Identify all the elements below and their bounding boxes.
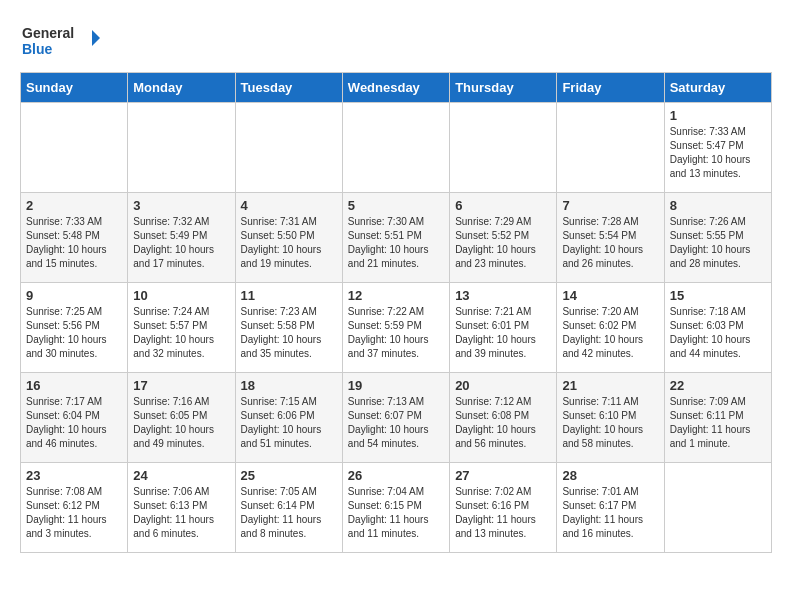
calendar-cell: 28Sunrise: 7:01 AM Sunset: 6:17 PM Dayli…	[557, 463, 664, 553]
calendar-cell: 25Sunrise: 7:05 AM Sunset: 6:14 PM Dayli…	[235, 463, 342, 553]
calendar-cell: 8Sunrise: 7:26 AM Sunset: 5:55 PM Daylig…	[664, 193, 771, 283]
day-number: 6	[455, 198, 551, 213]
day-info: Sunrise: 7:31 AM Sunset: 5:50 PM Dayligh…	[241, 215, 337, 271]
day-info: Sunrise: 7:24 AM Sunset: 5:57 PM Dayligh…	[133, 305, 229, 361]
calendar-cell: 16Sunrise: 7:17 AM Sunset: 6:04 PM Dayli…	[21, 373, 128, 463]
day-info: Sunrise: 7:12 AM Sunset: 6:08 PM Dayligh…	[455, 395, 551, 451]
calendar-cell: 22Sunrise: 7:09 AM Sunset: 6:11 PM Dayli…	[664, 373, 771, 463]
calendar-cell: 24Sunrise: 7:06 AM Sunset: 6:13 PM Dayli…	[128, 463, 235, 553]
day-info: Sunrise: 7:18 AM Sunset: 6:03 PM Dayligh…	[670, 305, 766, 361]
calendar-cell: 11Sunrise: 7:23 AM Sunset: 5:58 PM Dayli…	[235, 283, 342, 373]
calendar-cell: 12Sunrise: 7:22 AM Sunset: 5:59 PM Dayli…	[342, 283, 449, 373]
week-row-3: 9Sunrise: 7:25 AM Sunset: 5:56 PM Daylig…	[21, 283, 772, 373]
day-info: Sunrise: 7:21 AM Sunset: 6:01 PM Dayligh…	[455, 305, 551, 361]
day-number: 19	[348, 378, 444, 393]
day-number: 26	[348, 468, 444, 483]
calendar-cell: 26Sunrise: 7:04 AM Sunset: 6:15 PM Dayli…	[342, 463, 449, 553]
calendar-cell	[450, 103, 557, 193]
day-info: Sunrise: 7:23 AM Sunset: 5:58 PM Dayligh…	[241, 305, 337, 361]
day-number: 11	[241, 288, 337, 303]
day-number: 28	[562, 468, 658, 483]
week-row-4: 16Sunrise: 7:17 AM Sunset: 6:04 PM Dayli…	[21, 373, 772, 463]
day-number: 18	[241, 378, 337, 393]
day-info: Sunrise: 7:22 AM Sunset: 5:59 PM Dayligh…	[348, 305, 444, 361]
logo: General Blue	[20, 20, 100, 62]
day-number: 4	[241, 198, 337, 213]
calendar-cell: 15Sunrise: 7:18 AM Sunset: 6:03 PM Dayli…	[664, 283, 771, 373]
calendar-cell: 19Sunrise: 7:13 AM Sunset: 6:07 PM Dayli…	[342, 373, 449, 463]
day-info: Sunrise: 7:26 AM Sunset: 5:55 PM Dayligh…	[670, 215, 766, 271]
day-number: 16	[26, 378, 122, 393]
calendar-cell: 6Sunrise: 7:29 AM Sunset: 5:52 PM Daylig…	[450, 193, 557, 283]
calendar-cell: 9Sunrise: 7:25 AM Sunset: 5:56 PM Daylig…	[21, 283, 128, 373]
day-number: 23	[26, 468, 122, 483]
day-number: 9	[26, 288, 122, 303]
week-row-5: 23Sunrise: 7:08 AM Sunset: 6:12 PM Dayli…	[21, 463, 772, 553]
day-number: 27	[455, 468, 551, 483]
day-number: 5	[348, 198, 444, 213]
day-number: 22	[670, 378, 766, 393]
calendar-cell	[128, 103, 235, 193]
calendar-cell	[21, 103, 128, 193]
day-number: 12	[348, 288, 444, 303]
day-number: 7	[562, 198, 658, 213]
day-info: Sunrise: 7:16 AM Sunset: 6:05 PM Dayligh…	[133, 395, 229, 451]
calendar-cell	[664, 463, 771, 553]
day-number: 15	[670, 288, 766, 303]
day-info: Sunrise: 7:30 AM Sunset: 5:51 PM Dayligh…	[348, 215, 444, 271]
calendar-cell: 17Sunrise: 7:16 AM Sunset: 6:05 PM Dayli…	[128, 373, 235, 463]
day-header-thursday: Thursday	[450, 73, 557, 103]
day-header-monday: Monday	[128, 73, 235, 103]
calendar-cell: 23Sunrise: 7:08 AM Sunset: 6:12 PM Dayli…	[21, 463, 128, 553]
calendar-cell: 3Sunrise: 7:32 AM Sunset: 5:49 PM Daylig…	[128, 193, 235, 283]
day-header-friday: Friday	[557, 73, 664, 103]
calendar-cell: 7Sunrise: 7:28 AM Sunset: 5:54 PM Daylig…	[557, 193, 664, 283]
day-number: 21	[562, 378, 658, 393]
calendar-cell	[342, 103, 449, 193]
week-row-2: 2Sunrise: 7:33 AM Sunset: 5:48 PM Daylig…	[21, 193, 772, 283]
day-info: Sunrise: 7:25 AM Sunset: 5:56 PM Dayligh…	[26, 305, 122, 361]
calendar-cell: 10Sunrise: 7:24 AM Sunset: 5:57 PM Dayli…	[128, 283, 235, 373]
day-info: Sunrise: 7:17 AM Sunset: 6:04 PM Dayligh…	[26, 395, 122, 451]
day-info: Sunrise: 7:06 AM Sunset: 6:13 PM Dayligh…	[133, 485, 229, 541]
day-info: Sunrise: 7:32 AM Sunset: 5:49 PM Dayligh…	[133, 215, 229, 271]
day-header-tuesday: Tuesday	[235, 73, 342, 103]
calendar-cell: 4Sunrise: 7:31 AM Sunset: 5:50 PM Daylig…	[235, 193, 342, 283]
day-info: Sunrise: 7:02 AM Sunset: 6:16 PM Dayligh…	[455, 485, 551, 541]
day-info: Sunrise: 7:08 AM Sunset: 6:12 PM Dayligh…	[26, 485, 122, 541]
calendar-cell: 14Sunrise: 7:20 AM Sunset: 6:02 PM Dayli…	[557, 283, 664, 373]
calendar-cell: 20Sunrise: 7:12 AM Sunset: 6:08 PM Dayli…	[450, 373, 557, 463]
day-header-sunday: Sunday	[21, 73, 128, 103]
calendar-cell: 27Sunrise: 7:02 AM Sunset: 6:16 PM Dayli…	[450, 463, 557, 553]
day-info: Sunrise: 7:29 AM Sunset: 5:52 PM Dayligh…	[455, 215, 551, 271]
day-number: 2	[26, 198, 122, 213]
day-info: Sunrise: 7:13 AM Sunset: 6:07 PM Dayligh…	[348, 395, 444, 451]
calendar-cell: 1Sunrise: 7:33 AM Sunset: 5:47 PM Daylig…	[664, 103, 771, 193]
day-number: 24	[133, 468, 229, 483]
calendar-cell: 13Sunrise: 7:21 AM Sunset: 6:01 PM Dayli…	[450, 283, 557, 373]
day-info: Sunrise: 7:01 AM Sunset: 6:17 PM Dayligh…	[562, 485, 658, 541]
svg-text:Blue: Blue	[22, 41, 53, 57]
svg-marker-2	[92, 30, 100, 46]
day-number: 1	[670, 108, 766, 123]
day-header-saturday: Saturday	[664, 73, 771, 103]
calendar-cell	[235, 103, 342, 193]
day-info: Sunrise: 7:15 AM Sunset: 6:06 PM Dayligh…	[241, 395, 337, 451]
day-header-wednesday: Wednesday	[342, 73, 449, 103]
day-info: Sunrise: 7:09 AM Sunset: 6:11 PM Dayligh…	[670, 395, 766, 451]
day-number: 25	[241, 468, 337, 483]
calendar-cell	[557, 103, 664, 193]
day-number: 13	[455, 288, 551, 303]
day-info: Sunrise: 7:33 AM Sunset: 5:48 PM Dayligh…	[26, 215, 122, 271]
calendar-cell: 2Sunrise: 7:33 AM Sunset: 5:48 PM Daylig…	[21, 193, 128, 283]
day-info: Sunrise: 7:33 AM Sunset: 5:47 PM Dayligh…	[670, 125, 766, 181]
day-number: 10	[133, 288, 229, 303]
day-info: Sunrise: 7:05 AM Sunset: 6:14 PM Dayligh…	[241, 485, 337, 541]
calendar-table: SundayMondayTuesdayWednesdayThursdayFrid…	[20, 72, 772, 553]
calendar-cell: 18Sunrise: 7:15 AM Sunset: 6:06 PM Dayli…	[235, 373, 342, 463]
page-header: General Blue	[20, 20, 772, 62]
day-number: 3	[133, 198, 229, 213]
svg-text:General: General	[22, 25, 74, 41]
logo-svg: General Blue	[20, 20, 100, 62]
calendar-cell: 5Sunrise: 7:30 AM Sunset: 5:51 PM Daylig…	[342, 193, 449, 283]
